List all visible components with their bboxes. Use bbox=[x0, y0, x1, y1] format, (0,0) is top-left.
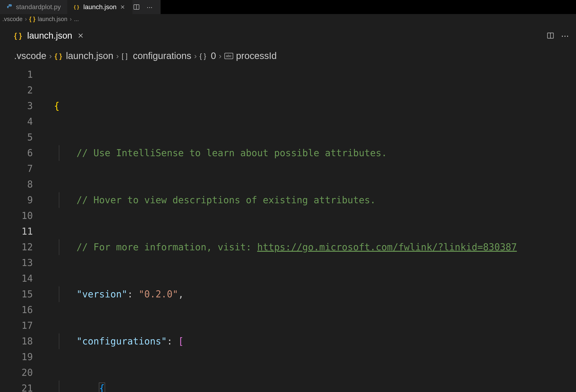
string-icon: abc bbox=[224, 53, 233, 59]
line-number-gutter: 1 2 3 4 5 6 7 8 9 10 11 12 13 14 15 16 1… bbox=[0, 67, 45, 392]
token-comment: // Hover to view descriptions of existin… bbox=[76, 195, 375, 205]
array-icon: [ ] bbox=[122, 52, 130, 60]
breadcrumb-folder[interactable]: .vscode bbox=[14, 51, 46, 61]
code-line[interactable]: // Hover to view descriptions of existin… bbox=[54, 192, 576, 208]
close-icon[interactable] bbox=[119, 4, 126, 10]
chevron-right-icon: › bbox=[49, 51, 52, 60]
code-content[interactable]: { // Use IntelliSense to learn about pos… bbox=[54, 67, 576, 392]
tab-label: launch.json bbox=[83, 3, 116, 11]
token-brace: { bbox=[99, 383, 105, 392]
tab-label: standardplot.py bbox=[16, 3, 61, 11]
code-line[interactable]: // Use IntelliSense to learn about possi… bbox=[54, 145, 576, 161]
breadcrumb-configurations[interactable]: configurations bbox=[133, 51, 191, 61]
object-icon: { } bbox=[200, 52, 208, 60]
chevron-right-icon: › bbox=[194, 51, 197, 60]
outer-breadcrumb[interactable]: .vscode › { } launch.json › ... bbox=[0, 14, 576, 24]
line-number: 9 bbox=[0, 192, 33, 208]
code-editor[interactable]: 1 2 3 4 5 6 7 8 9 10 11 12 13 14 15 16 1… bbox=[0, 67, 576, 392]
tab-standardplot[interactable]: standardplot.py bbox=[0, 0, 67, 14]
svg-text:{ }: { } bbox=[14, 31, 22, 40]
outer-tabbar-actions: ··· bbox=[132, 0, 161, 14]
more-actions-icon[interactable]: ··· bbox=[145, 3, 154, 11]
tab-label: launch.json bbox=[27, 31, 72, 41]
code-line[interactable]: { bbox=[54, 98, 576, 114]
tab-launch-json-inner[interactable]: { } launch.json bbox=[0, 26, 93, 45]
split-editor-icon[interactable] bbox=[547, 32, 554, 40]
line-number: 12 bbox=[0, 239, 33, 255]
blank-titlebar-region bbox=[161, 0, 576, 14]
inner-tabbar-actions: ··· bbox=[547, 26, 576, 45]
token-link[interactable]: https://go.microsoft.com/fwlink/?linkid=… bbox=[257, 242, 517, 252]
python-icon bbox=[6, 4, 13, 10]
svg-point-0 bbox=[9, 5, 9, 5]
chevron-right-icon: › bbox=[25, 16, 27, 23]
line-number: 21 bbox=[0, 381, 33, 392]
json-icon: { } bbox=[14, 31, 23, 40]
chevron-right-icon: › bbox=[70, 16, 71, 23]
code-line[interactable]: { bbox=[54, 381, 576, 392]
line-number: 4 bbox=[0, 114, 33, 130]
line-number: 20 bbox=[0, 365, 33, 381]
breadcrumb-folder[interactable]: .vscode bbox=[2, 16, 23, 23]
token-bracket: [ bbox=[178, 336, 184, 347]
json-icon: { } bbox=[55, 52, 63, 60]
tab-launch-json[interactable]: { } launch.json bbox=[67, 0, 132, 14]
line-number: 7 bbox=[0, 161, 33, 177]
json-icon: { } bbox=[74, 4, 80, 10]
line-number: 2 bbox=[0, 82, 33, 98]
outer-tabbar: standardplot.py { } launch.json ··· bbox=[0, 0, 576, 14]
code-line[interactable]: "configurations": [ bbox=[54, 334, 576, 349]
token-comment: // Use IntelliSense to learn about possi… bbox=[76, 148, 387, 158]
inner-tabbar: { } launch.json ··· bbox=[0, 26, 576, 45]
breadcrumb-file[interactable]: launch.json bbox=[66, 51, 113, 61]
line-number: 11 bbox=[0, 224, 33, 239]
line-number: 16 bbox=[0, 302, 33, 318]
inner-breadcrumb[interactable]: .vscode › { } launch.json › [ ] configur… bbox=[0, 45, 576, 67]
line-number: 10 bbox=[0, 208, 33, 224]
code-line[interactable]: // For more information, visit: https://… bbox=[54, 239, 576, 255]
token-comment: // For more information, visit: bbox=[76, 242, 257, 252]
breadcrumb-more[interactable]: ... bbox=[74, 16, 79, 23]
line-number: 14 bbox=[0, 271, 33, 287]
split-editor-icon[interactable] bbox=[132, 3, 141, 11]
line-number: 17 bbox=[0, 318, 33, 334]
more-actions-icon[interactable]: ··· bbox=[561, 32, 569, 40]
svg-text:abc: abc bbox=[226, 54, 232, 58]
token-brace: { bbox=[54, 101, 59, 111]
line-number: 18 bbox=[0, 334, 33, 349]
line-number: 5 bbox=[0, 130, 33, 145]
json-icon: { } bbox=[29, 16, 35, 23]
close-icon[interactable] bbox=[76, 31, 85, 40]
line-number: 8 bbox=[0, 177, 33, 192]
chevron-right-icon: › bbox=[116, 51, 119, 60]
svg-text:{ }: { } bbox=[74, 4, 79, 10]
breadcrumb-index[interactable]: 0 bbox=[211, 51, 216, 61]
svg-text:[ ]: [ ] bbox=[122, 52, 128, 60]
line-number: 19 bbox=[0, 349, 33, 365]
line-number: 3 bbox=[0, 98, 33, 114]
token-key: "version" bbox=[76, 289, 127, 299]
line-number: 6 bbox=[0, 145, 33, 161]
line-number: 15 bbox=[0, 287, 33, 302]
breadcrumb-file[interactable]: launch.json bbox=[38, 16, 67, 23]
breadcrumb-field[interactable]: processId bbox=[236, 51, 277, 61]
line-number: 13 bbox=[0, 255, 33, 271]
token-string: "0.2.0" bbox=[139, 289, 178, 299]
code-line[interactable]: "version": "0.2.0", bbox=[54, 287, 576, 302]
svg-text:{ }: { } bbox=[55, 52, 62, 60]
svg-text:{ }: { } bbox=[200, 52, 206, 60]
chevron-right-icon: › bbox=[219, 51, 222, 60]
line-number: 1 bbox=[0, 67, 33, 82]
token-key: "configurations" bbox=[76, 336, 167, 347]
